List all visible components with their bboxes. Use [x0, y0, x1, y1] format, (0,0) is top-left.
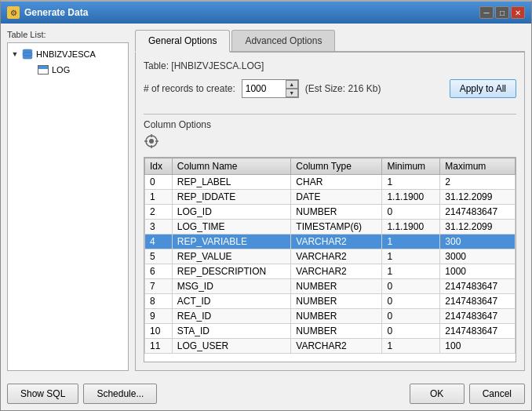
cell-max: 31.12.2099	[440, 190, 516, 205]
cell-name: LOG_ID	[172, 205, 291, 220]
cell-name: LOG_USER	[172, 339, 291, 354]
cell-idx: 10	[145, 324, 173, 339]
col-header-max: Maximum	[440, 158, 516, 175]
cell-name: REP_VALUE	[172, 249, 291, 264]
tree-panel[interactable]: ▼ HNBIZVJESCA	[7, 42, 129, 371]
separator	[144, 114, 516, 115]
tree-child-item[interactable]: LOG	[11, 62, 125, 78]
columns-table: Idx Column Name Column Type Minimum Maxi…	[144, 158, 516, 354]
cell-max: 1000	[440, 264, 516, 279]
columns-table-container[interactable]: Idx Column Name Column Type Minimum Maxi…	[144, 157, 516, 362]
col-header-idx: Idx	[145, 158, 173, 175]
cell-type: CHAR	[291, 175, 382, 190]
spinner-buttons: ▲ ▼	[286, 80, 298, 97]
cell-type: NUMBER	[291, 309, 382, 324]
tab-content: Table: [HNBIZVJESCA.LOG] # of records to…	[135, 53, 525, 371]
svg-rect-1	[23, 53, 32, 56]
ok-button[interactable]: OK	[410, 384, 465, 404]
cell-name: MSG_ID	[172, 279, 291, 294]
table-row[interactable]: 1 REP_IDDATE DATE 1.1.1900 31.12.2099	[145, 190, 516, 205]
spinner-up-button[interactable]: ▲	[286, 80, 298, 89]
cell-min: 1	[382, 249, 440, 264]
svg-point-4	[149, 139, 154, 144]
cell-min: 0	[382, 294, 440, 309]
cell-idx: 7	[145, 279, 173, 294]
cell-max: 2147483647	[440, 309, 516, 324]
window-title: Generate Data	[24, 7, 475, 18]
cell-idx: 5	[145, 249, 173, 264]
cell-min: 1	[382, 339, 440, 354]
est-size: (Est Size: 216 Kb)	[305, 83, 381, 94]
main-window: ⚙ Generate Data ─ □ ✕ Table List: ▼	[0, 0, 532, 411]
cell-type: NUMBER	[291, 294, 382, 309]
child-expand-icon	[27, 66, 35, 74]
spinner-down-button[interactable]: ▼	[286, 89, 298, 97]
right-panel: General Options Advanced Options Table: …	[135, 30, 525, 371]
cell-max: 2147483647	[440, 324, 516, 339]
expand-icon: ▼	[11, 50, 19, 58]
table-row[interactable]: 8 ACT_ID NUMBER 0 2147483647	[145, 294, 516, 309]
cell-max: 2	[440, 175, 516, 190]
records-input[interactable]	[242, 80, 286, 97]
table-row[interactable]: 5 REP_VALUE VARCHAR2 1 3000	[145, 249, 516, 264]
bottom-left-buttons: Show SQL Schedule...	[7, 384, 157, 404]
apply-to-all-button[interactable]: Apply to All	[450, 79, 516, 98]
cell-max: 2147483647	[440, 279, 516, 294]
tree-child-label: LOG	[52, 65, 70, 75]
maximize-button[interactable]: □	[495, 6, 509, 19]
tab-general[interactable]: General Options	[135, 30, 230, 53]
table-row[interactable]: 9 REA_ID NUMBER 0 2147483647	[145, 309, 516, 324]
cell-idx: 2	[145, 205, 173, 220]
cell-max: 2147483647	[440, 205, 516, 220]
cell-idx: 4	[145, 235, 173, 249]
titlebar: ⚙ Generate Data ─ □ ✕	[1, 2, 531, 24]
tab-advanced[interactable]: Advanced Options	[231, 30, 335, 51]
cell-min: 1	[382, 264, 440, 279]
table-row[interactable]: 6 REP_DESCRIPTION VARCHAR2 1 1000	[145, 264, 516, 279]
table-row[interactable]: 10 STA_ID NUMBER 0 2147483647	[145, 324, 516, 339]
records-row: # of records to create: ▲ ▼ (Est Size: 2…	[144, 79, 516, 98]
col-header-type: Column Type	[291, 158, 382, 175]
cell-name: ACT_ID	[172, 294, 291, 309]
tree-root-label: HNBIZVJESCA	[36, 49, 96, 59]
tree-root-item[interactable]: ▼ HNBIZVJESCA	[11, 46, 125, 62]
cell-idx: 9	[145, 309, 173, 324]
table-row[interactable]: 4 REP_VARIABLE VARCHAR2 1 300	[145, 235, 516, 249]
tabs-container: General Options Advanced Options	[135, 30, 525, 53]
database-icon	[21, 48, 34, 60]
cell-min: 1.1.1900	[382, 190, 440, 205]
cell-max: 300	[440, 235, 516, 249]
table-list-label: Table List:	[7, 30, 129, 39]
cell-name: REP_DESCRIPTION	[172, 264, 291, 279]
records-label: # of records to create:	[144, 83, 235, 94]
table-row[interactable]: 3 LOG_TIME TIMESTAMP(6) 1.1.1900 31.12.2…	[145, 220, 516, 235]
show-sql-button[interactable]: Show SQL	[7, 384, 78, 404]
close-button[interactable]: ✕	[511, 6, 525, 19]
table-info: Table: [HNBIZVJESCA.LOG]	[144, 60, 516, 71]
cell-name: REA_ID	[172, 309, 291, 324]
cell-idx: 8	[145, 294, 173, 309]
cell-min: 0	[382, 205, 440, 220]
svg-rect-2	[23, 56, 32, 59]
table-row[interactable]: 2 LOG_ID NUMBER 0 2147483647	[145, 205, 516, 220]
cancel-button[interactable]: Cancel	[469, 384, 525, 404]
minimize-button[interactable]: ─	[479, 6, 494, 19]
cell-name: REP_VARIABLE	[172, 235, 291, 249]
bottom-bar: Show SQL Schedule... OK Cancel	[1, 377, 531, 410]
cell-min: 0	[382, 279, 440, 294]
records-input-group: ▲ ▼	[242, 79, 299, 98]
cell-type: VARCHAR2	[291, 264, 382, 279]
cell-min: 1	[382, 175, 440, 190]
bottom-right-buttons: OK Cancel	[410, 384, 525, 404]
cell-type: NUMBER	[291, 279, 382, 294]
schedule-button[interactable]: Schedule...	[83, 384, 157, 404]
table-row[interactable]: 11 LOG_USER VARCHAR2 1 100	[145, 339, 516, 354]
cell-type: VARCHAR2	[291, 249, 382, 264]
cell-type: TIMESTAMP(6)	[291, 220, 382, 235]
table-row[interactable]: 0 REP_LABEL CHAR 1 2	[145, 175, 516, 190]
cell-name: LOG_TIME	[172, 220, 291, 235]
cell-min: 0	[382, 309, 440, 324]
cell-type: DATE	[291, 190, 382, 205]
column-options-icon	[144, 133, 516, 152]
table-row[interactable]: 7 MSG_ID NUMBER 0 2147483647	[145, 279, 516, 294]
